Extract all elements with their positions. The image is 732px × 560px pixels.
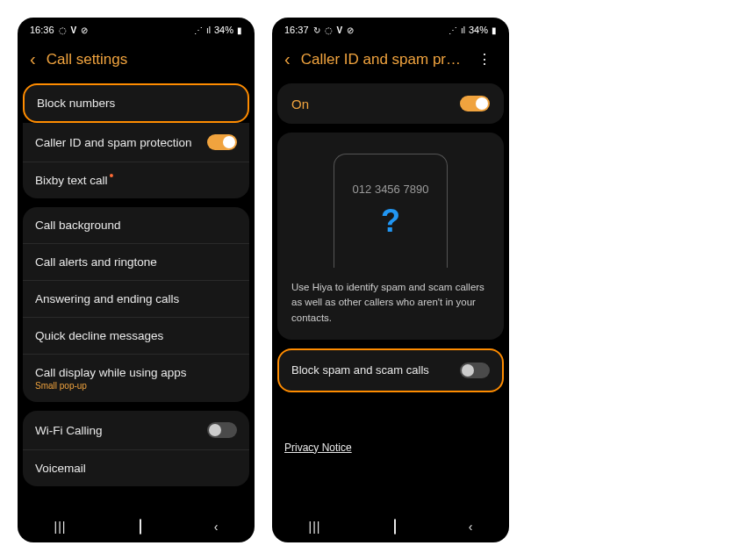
battery-icon: ▮ bbox=[237, 25, 242, 35]
phone-illustration: 012 3456 7890 ? bbox=[334, 154, 448, 268]
call-background-row[interactable]: Call background bbox=[23, 207, 249, 244]
battery-text: 34% bbox=[214, 25, 233, 35]
page-header: ‹ Caller ID and spam pro… ⋮ bbox=[272, 39, 509, 83]
nav-back-icon[interactable]: ‹ bbox=[214, 520, 219, 534]
settings-group-1b: Caller ID and spam protection Bixby text… bbox=[23, 123, 249, 198]
nav-back-icon[interactable]: ‹ bbox=[469, 520, 473, 534]
back-icon[interactable]: ‹ bbox=[284, 49, 291, 69]
call-alerts-row[interactable]: Call alerts and ringtone bbox=[23, 244, 249, 281]
voicemail-label: Voicemail bbox=[35, 462, 86, 475]
call-display-row[interactable]: Call display while using apps Small pop-… bbox=[23, 355, 249, 402]
voicemail-row[interactable]: Voicemail bbox=[23, 450, 249, 486]
app-icon: V bbox=[337, 25, 343, 35]
status-time: 16:36 bbox=[30, 25, 54, 35]
wifi-icon: ⋰ bbox=[194, 25, 203, 35]
dnd-icon: ⊘ bbox=[81, 25, 88, 35]
quick-decline-row[interactable]: Quick decline messages bbox=[23, 318, 249, 355]
wifi-calling-toggle[interactable] bbox=[207, 422, 237, 438]
call-bg-label: Call background bbox=[35, 219, 121, 232]
battery-icon: ▮ bbox=[492, 25, 497, 35]
privacy-notice-link[interactable]: Privacy Notice bbox=[277, 398, 504, 454]
page-header: ‹ Call settings bbox=[18, 39, 255, 83]
signal-icon: ıl bbox=[206, 25, 211, 35]
nav-recents-icon[interactable]: ||| bbox=[54, 520, 67, 534]
block-spam-toggle[interactable] bbox=[460, 363, 490, 378]
whatsapp-icon: ◌ bbox=[59, 25, 67, 35]
phone-screen-2: 16:37 ↻ ◌ V ⊘ ⋰ ıl 34% ▮ ‹ Caller ID and… bbox=[272, 18, 509, 542]
wifi-calling-row[interactable]: Wi-Fi Calling bbox=[23, 411, 249, 450]
whatsapp-icon: ◌ bbox=[325, 25, 333, 35]
status-bar: 16:37 ↻ ◌ V ⊘ ⋰ ıl 34% ▮ bbox=[272, 18, 509, 39]
block-numbers-row[interactable]: Block numbers bbox=[25, 85, 248, 121]
settings-group-1: Block numbers bbox=[23, 83, 249, 123]
phone-screen-1: 16:36 ◌ V ⊘ ⋰ ıl 34% ▮ ‹ Call settings B… bbox=[18, 18, 255, 542]
app-icon: V bbox=[71, 25, 77, 35]
description-text: Use Hiya to identify spam and scam calle… bbox=[291, 280, 490, 326]
nav-recents-icon[interactable]: ||| bbox=[309, 520, 321, 534]
call-icon: ↻ bbox=[313, 25, 320, 35]
answering-row[interactable]: Answering and ending calls bbox=[23, 281, 249, 318]
call-display-sub: Small pop-up bbox=[35, 381, 187, 391]
status-time: 16:37 bbox=[284, 25, 309, 35]
bixby-label: Bixby text call bbox=[35, 174, 113, 187]
settings-group-2: Call background Call alerts and ringtone… bbox=[23, 207, 249, 402]
caller-id-row[interactable]: Caller ID and spam protection bbox=[23, 123, 249, 162]
caller-id-toggle[interactable] bbox=[207, 134, 237, 150]
on-label: On bbox=[291, 97, 309, 111]
master-toggle[interactable] bbox=[460, 96, 490, 111]
call-alerts-label: Call alerts and ringtone bbox=[35, 255, 157, 269]
signal-icon: ıl bbox=[461, 25, 465, 35]
more-icon[interactable]: ⋮ bbox=[472, 51, 497, 68]
dnd-icon: ⊘ bbox=[347, 25, 354, 35]
nav-bar: ||| ‹ bbox=[272, 507, 509, 542]
nav-bar: ||| ‹ bbox=[18, 507, 255, 542]
answering-label: Answering and ending calls bbox=[35, 292, 179, 305]
page-title: Call settings bbox=[47, 51, 242, 68]
caller-id-label: Caller ID and spam protection bbox=[35, 136, 192, 149]
quick-decline-label: Quick decline messages bbox=[35, 329, 163, 342]
battery-text: 34% bbox=[469, 25, 488, 35]
wifi-icon: ⋰ bbox=[449, 25, 457, 35]
master-toggle-card[interactable]: On bbox=[277, 83, 504, 124]
block-numbers-label: Block numbers bbox=[37, 97, 115, 110]
block-spam-label: Block spam and scam calls bbox=[291, 363, 429, 377]
call-display-label: Call display while using apps bbox=[35, 366, 187, 379]
mock-phone-number: 012 3456 7890 bbox=[353, 183, 429, 196]
status-bar: 16:36 ◌ V ⊘ ⋰ ıl 34% ▮ bbox=[18, 18, 255, 39]
nav-home-icon[interactable] bbox=[140, 520, 141, 534]
question-mark-icon: ? bbox=[381, 203, 400, 240]
wifi-calling-label: Wi-Fi Calling bbox=[35, 424, 103, 437]
block-spam-card[interactable]: Block spam and scam calls bbox=[277, 348, 504, 392]
bixby-row[interactable]: Bixby text call bbox=[23, 162, 249, 198]
nav-home-icon[interactable] bbox=[394, 520, 396, 534]
page-title: Caller ID and spam pro… bbox=[301, 51, 462, 68]
back-icon[interactable]: ‹ bbox=[30, 49, 36, 69]
settings-group-3: Wi-Fi Calling Voicemail bbox=[23, 411, 249, 486]
illustration-card: 012 3456 7890 ? Use Hiya to identify spa… bbox=[277, 133, 504, 340]
